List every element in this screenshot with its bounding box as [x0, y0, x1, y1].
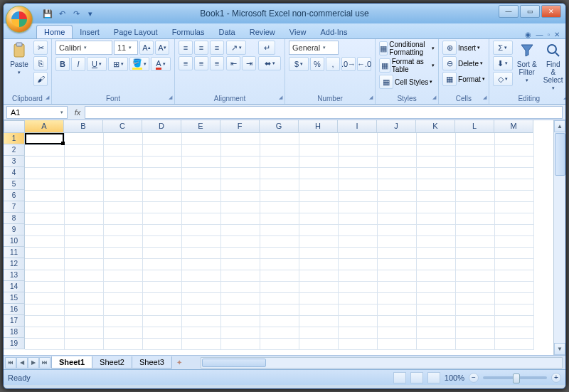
cell[interactable] — [220, 304, 260, 315]
cell[interactable] — [64, 213, 103, 224]
find-select-button[interactable]: Find & Select▾ — [541, 41, 565, 92]
cell[interactable] — [377, 190, 416, 201]
cell[interactable] — [103, 190, 142, 201]
cell[interactable] — [103, 156, 142, 167]
row-header-9[interactable]: 9 — [4, 224, 25, 235]
cell[interactable] — [455, 247, 494, 258]
cell[interactable] — [181, 167, 220, 179]
row-header-1[interactable]: 1 — [4, 133, 25, 144]
cell[interactable] — [103, 338, 142, 349]
cell[interactable] — [25, 201, 64, 213]
cell[interactable] — [299, 190, 338, 201]
tab-addins[interactable]: Add-Ins — [313, 26, 354, 38]
cell[interactable] — [103, 213, 142, 224]
normal-view-button[interactable] — [393, 372, 406, 383]
cell[interactable] — [64, 235, 103, 247]
cell[interactable] — [377, 338, 416, 349]
cell[interactable] — [220, 224, 260, 235]
fill-color-button[interactable]: 🪣 — [129, 57, 149, 71]
merge-center-button[interactable]: ⬌ — [258, 56, 281, 70]
column-header-H[interactable]: H — [299, 120, 338, 133]
cell[interactable] — [455, 144, 494, 156]
cell[interactable] — [299, 338, 338, 349]
cell[interactable] — [299, 224, 338, 235]
cell[interactable] — [494, 304, 533, 315]
row-header-2[interactable]: 2 — [4, 144, 25, 156]
cell[interactable] — [260, 338, 299, 349]
cell[interactable] — [299, 179, 338, 190]
cell[interactable] — [377, 156, 416, 167]
cell[interactable] — [260, 133, 299, 144]
column-header-B[interactable]: B — [64, 120, 103, 133]
column-header-J[interactable]: J — [377, 120, 416, 133]
cell[interactable] — [455, 281, 494, 292]
column-header-F[interactable]: F — [220, 120, 260, 133]
clear-button[interactable]: ◇ — [493, 72, 513, 86]
select-all-button[interactable] — [4, 120, 25, 133]
cell[interactable] — [377, 258, 416, 270]
zoom-in-button[interactable]: + — [551, 373, 561, 383]
cell[interactable] — [494, 281, 533, 292]
cell[interactable] — [25, 156, 64, 167]
sort-filter-button[interactable]: Sort & Filter▾ — [515, 41, 539, 85]
cell[interactable] — [142, 201, 181, 213]
cell[interactable] — [338, 292, 377, 304]
cell[interactable] — [142, 144, 181, 156]
column-header-I[interactable]: I — [338, 120, 377, 133]
cell[interactable] — [220, 235, 260, 247]
cell[interactable] — [64, 292, 103, 304]
cell[interactable] — [455, 133, 494, 144]
cell[interactable] — [220, 270, 260, 281]
cell[interactable] — [416, 315, 455, 327]
cell[interactable] — [25, 315, 64, 327]
cell[interactable] — [455, 179, 494, 190]
align-top-button[interactable]: ≡ — [179, 41, 193, 55]
cell[interactable] — [142, 190, 181, 201]
row-header-16[interactable]: 16 — [4, 304, 25, 315]
cell[interactable] — [455, 224, 494, 235]
cell[interactable] — [494, 258, 533, 270]
cell[interactable] — [338, 167, 377, 179]
close-button[interactable]: ✕ — [541, 5, 561, 18]
help-icon[interactable]: ◉ — [525, 31, 531, 38]
cell[interactable] — [494, 144, 533, 156]
cell[interactable] — [299, 247, 338, 258]
column-header-C[interactable]: C — [103, 120, 142, 133]
cell[interactable] — [416, 133, 455, 144]
autosum-button[interactable]: Σ — [493, 41, 513, 55]
cell[interactable] — [416, 338, 455, 349]
mdi-close-icon[interactable]: ✕ — [554, 31, 560, 38]
cell[interactable] — [260, 270, 299, 281]
cell[interactable] — [416, 258, 455, 270]
cell[interactable] — [455, 258, 494, 270]
cell[interactable] — [416, 247, 455, 258]
align-middle-button[interactable]: ≡ — [194, 41, 208, 55]
copy-button[interactable]: ⎘ — [33, 56, 48, 70]
cell[interactable] — [181, 270, 220, 281]
cell[interactable] — [181, 315, 220, 327]
cell[interactable] — [260, 213, 299, 224]
cell[interactable] — [377, 315, 416, 327]
cell[interactable] — [181, 133, 220, 144]
horizontal-scrollbar[interactable] — [201, 357, 563, 369]
cell[interactable] — [338, 156, 377, 167]
cell[interactable] — [25, 247, 64, 258]
cell[interactable] — [103, 167, 142, 179]
cell[interactable] — [260, 144, 299, 156]
cell[interactable] — [494, 235, 533, 247]
tab-page-layout[interactable]: Page Layout — [107, 26, 165, 38]
cell[interactable] — [338, 144, 377, 156]
cell[interactable] — [103, 144, 142, 156]
cell[interactable] — [220, 144, 260, 156]
zoom-slider[interactable] — [483, 376, 547, 379]
cell[interactable] — [103, 315, 142, 327]
cell[interactable] — [377, 213, 416, 224]
grow-font-button[interactable]: A▴ — [139, 41, 154, 55]
row-header-8[interactable]: 8 — [4, 213, 25, 224]
cell[interactable] — [220, 338, 260, 349]
cell[interactable] — [220, 213, 260, 224]
vscroll-thumb[interactable] — [555, 133, 565, 176]
fill-button[interactable]: ⬇ — [493, 56, 513, 70]
maximize-button[interactable]: ▭ — [520, 5, 540, 18]
tab-data[interactable]: Data — [211, 26, 242, 38]
